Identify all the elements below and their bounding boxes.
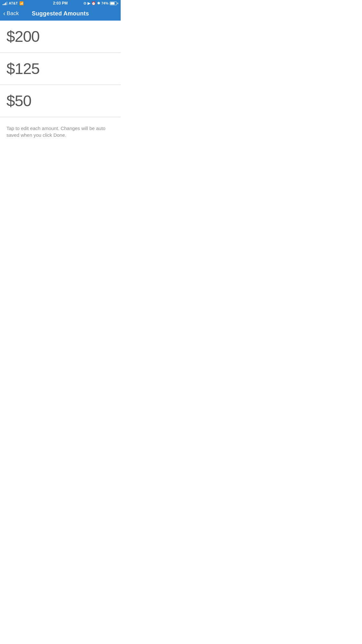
hint-text: Tap to edit each amount. Changes will be… xyxy=(0,117,121,146)
amount-value-1: $200 xyxy=(6,28,40,45)
battery-percent-label: 74% xyxy=(101,1,108,5)
amount-item-2[interactable]: $125 xyxy=(0,53,121,85)
lock-rotation-icon: ⊙ xyxy=(83,1,86,5)
location-icon: ▶ xyxy=(88,1,90,5)
alarm-icon: ⏰ xyxy=(91,1,96,5)
status-time: 2:03 PM xyxy=(53,1,68,5)
battery-icon xyxy=(110,2,118,5)
page-title: Suggested Amounts xyxy=(32,10,89,17)
nav-bar: ‹ Back Suggested Amounts xyxy=(0,6,121,21)
carrier-label: AT&T xyxy=(9,1,18,5)
signal-icon xyxy=(3,1,7,5)
amount-value-3: $50 xyxy=(6,92,31,109)
amount-item-1[interactable]: $200 xyxy=(0,21,121,53)
status-left: AT&T 📶 xyxy=(3,1,24,5)
chevron-left-icon: ‹ xyxy=(3,10,5,17)
status-right: ⊙ ▶ ⏰ ✱ 74% xyxy=(83,1,118,5)
amount-value-2: $125 xyxy=(6,60,40,77)
back-button[interactable]: ‹ Back xyxy=(3,10,19,17)
amount-item-3[interactable]: $50 xyxy=(0,85,121,117)
wifi-icon: 📶 xyxy=(19,1,24,5)
status-bar: AT&T 📶 2:03 PM ⊙ ▶ ⏰ ✱ 74% xyxy=(0,0,121,6)
back-label: Back xyxy=(7,10,19,17)
bluetooth-icon: ✱ xyxy=(97,1,100,5)
amounts-list: $200 $125 $50 Tap to edit each amount. C… xyxy=(0,21,121,146)
